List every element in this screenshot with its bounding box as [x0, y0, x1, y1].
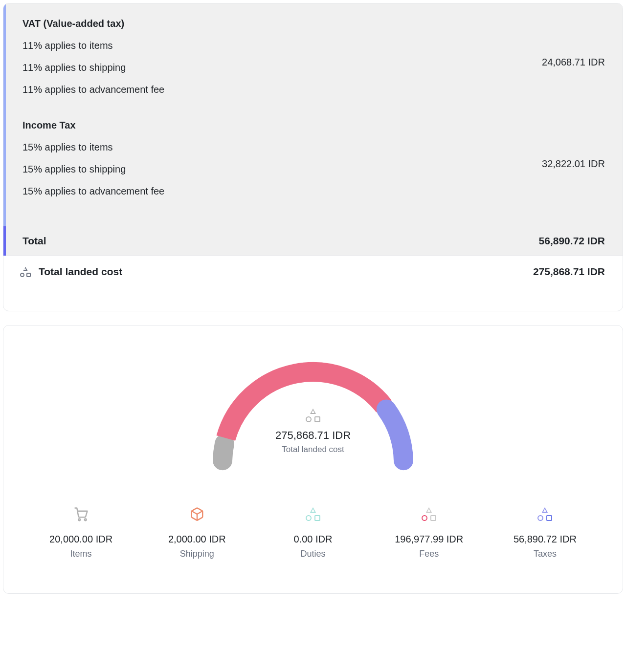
- landed-cost-chart-card: 275,868.71 IDR Total landed cost 20,000.…: [3, 325, 623, 594]
- svg-point-0: [78, 519, 80, 520]
- tax-amount: 32,822.01 IDR: [532, 158, 605, 170]
- tax-total-label: Total: [22, 235, 46, 247]
- breakdown-label: Taxes: [487, 549, 603, 559]
- gauge-center: 275,868.71 IDR Total landed cost: [205, 409, 421, 455]
- tax-line: 15% applies to advancement fee: [22, 186, 532, 197]
- tax-line: 15% applies to items: [22, 142, 532, 153]
- shapes-icon: [20, 267, 31, 277]
- breakdown-item-duties: 0.00 IDR Duties: [255, 506, 371, 559]
- tax-line: 11% applies to items: [22, 40, 532, 51]
- tax-breakdown-panel: VAT (Value-added tax) 11% applies to ite…: [3, 3, 623, 226]
- landed-cost-left: Total landed cost: [20, 266, 122, 278]
- breakdown-item-fees: 196,977.99 IDR Fees: [371, 506, 487, 559]
- tax-row: VAT (Value-added tax) 11% applies to ite…: [22, 18, 605, 106]
- tax-amount: 24,068.71 IDR: [532, 57, 605, 68]
- shapes-icon: [255, 506, 371, 522]
- tax-row: Income Tax 15% applies to items 15% appl…: [22, 120, 605, 208]
- breakdown-label: Duties: [255, 549, 371, 559]
- tax-title: Income Tax: [22, 120, 532, 131]
- tax-group-income: Income Tax 15% applies to items 15% appl…: [22, 120, 605, 208]
- tax-line: 11% applies to shipping: [22, 62, 532, 73]
- breakdown-item-taxes: 56,890.72 IDR Taxes: [487, 506, 603, 559]
- tax-total-row: Total 56,890.72 IDR: [3, 226, 623, 256]
- tax-summary-card: VAT (Value-added tax) 11% applies to ite…: [3, 3, 623, 311]
- breakdown-item-items: 20,000.00 IDR Items: [23, 506, 139, 559]
- gauge-amount: 275,868.71 IDR: [205, 429, 421, 442]
- tax-group-vat: VAT (Value-added tax) 11% applies to ite…: [22, 18, 605, 106]
- breakdown-amount: 196,977.99 IDR: [371, 534, 487, 545]
- gauge-sublabel: Total landed cost: [205, 445, 421, 455]
- landed-cost-value: 275,868.71 IDR: [533, 266, 605, 278]
- tax-line: 11% applies to advancement fee: [22, 84, 532, 95]
- svg-point-1: [84, 519, 86, 520]
- landed-cost-label: Total landed cost: [39, 266, 122, 278]
- breakdown-label: Items: [23, 549, 139, 559]
- shapes-icon: [487, 506, 603, 522]
- cart-icon: [23, 506, 139, 522]
- breakdown-label: Fees: [371, 549, 487, 559]
- card-spacer: [3, 287, 623, 311]
- tax-details: Income Tax 15% applies to items 15% appl…: [22, 120, 532, 208]
- breakdown-amount: 0.00 IDR: [255, 534, 371, 545]
- tax-total-value: 56,890.72 IDR: [539, 235, 605, 247]
- tax-title: VAT (Value-added tax): [22, 18, 532, 29]
- breakdown-amount: 56,890.72 IDR: [487, 534, 603, 545]
- breakdown-label: Shipping: [139, 549, 255, 559]
- landed-cost-row: Total landed cost 275,868.71 IDR: [3, 256, 623, 287]
- gauge-chart: 275,868.71 IDR Total landed cost: [205, 355, 421, 472]
- breakdown-list: 20,000.00 IDR Items 2,000.00 IDR Shippin…: [23, 506, 603, 559]
- tax-details: VAT (Value-added tax) 11% applies to ite…: [22, 18, 532, 106]
- shapes-icon: [371, 506, 487, 522]
- shapes-icon: [306, 409, 320, 422]
- package-icon: [139, 506, 255, 522]
- breakdown-amount: 2,000.00 IDR: [139, 534, 255, 545]
- breakdown-item-shipping: 2,000.00 IDR Shipping: [139, 506, 255, 559]
- breakdown-amount: 20,000.00 IDR: [23, 534, 139, 545]
- tax-line: 15% applies to shipping: [22, 164, 532, 175]
